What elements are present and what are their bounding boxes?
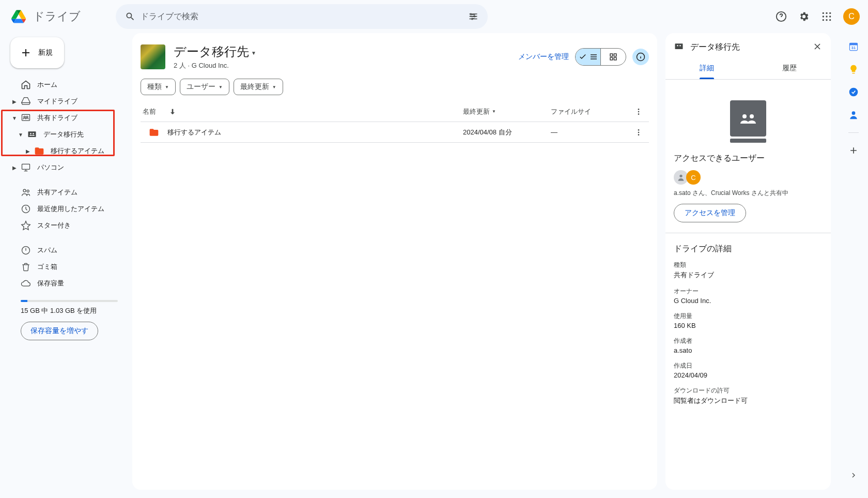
dropdown-icon: ▼ (251, 48, 256, 56)
svg-rect-33 (675, 43, 683, 49)
plus-icon (20, 47, 32, 59)
folder-icon (149, 127, 159, 138)
expand-icon[interactable]: ▶ (8, 99, 21, 104)
file-list-panel: データ移行先▼ 2 人 · G Cloud Inc. メンバーを管理 (132, 33, 657, 490)
grid-view-button[interactable] (601, 49, 626, 65)
expand-icon[interactable]: ▶ (22, 148, 34, 154)
svg-point-13 (26, 116, 28, 118)
nav-spam[interactable]: スパム (8, 242, 124, 259)
nav-home[interactable]: ホーム (8, 77, 124, 93)
svg-point-43 (852, 111, 856, 115)
access-section-title: アクセスできるユーザー (674, 153, 823, 164)
list-view-button[interactable] (576, 49, 600, 65)
side-rail: 31 (839, 33, 868, 490)
filter-user-chip[interactable]: ユーザー▼ (180, 79, 229, 95)
recent-icon (21, 204, 31, 214)
details-big-icon (674, 88, 823, 153)
account-avatar[interactable]: C (843, 8, 860, 25)
svg-rect-11 (22, 114, 30, 120)
access-avatars: C (674, 170, 823, 185)
search-input[interactable] (141, 12, 463, 21)
info-button[interactable] (632, 49, 649, 65)
header-actions: C (771, 6, 860, 27)
app-name: ドライブ (33, 9, 81, 24)
apps-icon[interactable] (816, 6, 837, 27)
drive-details-section-title: ドライブの詳細 (674, 244, 823, 254)
header-bar: ドライブ C (0, 0, 868, 33)
storage-usage-text: 15 GB 中 1.03 GB を使用 (21, 306, 118, 315)
tasks-app-icon[interactable] (848, 87, 859, 97)
add-apps-icon[interactable] (848, 145, 859, 156)
svg-point-27 (638, 109, 640, 110)
search-bar[interactable] (116, 4, 488, 29)
calendar-app-icon[interactable]: 31 (848, 41, 859, 52)
expand-icon[interactable]: ▼ (14, 132, 27, 138)
table-header: 名前 最終更新▼ ファイルサイ (141, 101, 649, 122)
nav-drive-folder[interactable]: ▼データ移行先 (8, 126, 124, 143)
shared-drives-icon (21, 113, 31, 123)
svg-point-12 (24, 116, 25, 118)
nav-recent[interactable]: 最近使用したアイテム (8, 201, 124, 217)
svg-point-38 (679, 175, 682, 177)
svg-point-19 (27, 190, 29, 192)
nav-subfolder[interactable]: ▶移行するアイテム (8, 143, 124, 159)
close-icon[interactable] (812, 41, 823, 53)
svg-point-37 (750, 114, 754, 118)
nav-computers[interactable]: ▶パソコン (8, 159, 124, 176)
svg-point-32 (638, 134, 640, 135)
svg-point-18 (23, 189, 26, 192)
buy-storage-button[interactable]: 保存容量を増やす (21, 322, 98, 340)
nav-trash[interactable]: ゴミ箱 (8, 259, 124, 275)
shared-drive-icon (674, 41, 684, 53)
drive-title[interactable]: データ移行先▼ (174, 43, 510, 60)
keep-app-icon[interactable] (848, 64, 859, 74)
collapse-rail-icon[interactable] (845, 467, 862, 484)
settings-icon[interactable] (794, 6, 814, 27)
col-more-header[interactable] (628, 108, 649, 116)
folder-icon (34, 146, 44, 156)
details-panel: データ移行先 詳細 履歴 アクセスできるユーザー C a.sa (665, 33, 831, 490)
svg-point-8 (823, 19, 824, 21)
nav-starred[interactable]: スター付き (8, 217, 124, 234)
expand-icon[interactable]: ▶ (8, 165, 21, 171)
sidebar: 新規 ホーム ▶マイドライブ ▼共有ドライブ ▼データ移行先 ▶移行するアイテム… (0, 33, 132, 498)
logo-area[interactable]: ドライブ (8, 6, 112, 27)
user-avatar[interactable]: C (686, 170, 701, 185)
svg-point-34 (677, 45, 678, 47)
tab-details[interactable]: 詳細 (665, 57, 748, 79)
sort-down-icon[interactable] (168, 108, 177, 116)
search-options-icon[interactable] (463, 6, 484, 27)
col-name-header[interactable]: 名前 (143, 107, 156, 116)
svg-point-16 (33, 133, 34, 134)
storage-bar (21, 300, 118, 302)
manage-access-button[interactable]: アクセスを管理 (674, 204, 746, 222)
filter-modified-chip[interactable]: 最終更新▼ (234, 79, 283, 95)
svg-point-3 (826, 12, 827, 14)
filter-type-chip[interactable]: 種類▼ (141, 79, 176, 95)
trash-icon (21, 262, 31, 272)
nav-shared-with-me[interactable]: 共有アイテム (8, 184, 124, 201)
svg-point-42 (849, 88, 858, 97)
expand-icon[interactable]: ▼ (8, 115, 21, 121)
col-size-header[interactable]: ファイルサイ (551, 107, 628, 116)
shared-with-text: a.sato さん、Crucial Works さんと共有中 (674, 189, 823, 198)
svg-rect-40 (850, 43, 858, 45)
file-size: — (551, 128, 628, 136)
row-more-button[interactable] (628, 128, 649, 137)
new-button[interactable]: 新規 (10, 37, 64, 68)
tab-activity[interactable]: 履歴 (748, 57, 831, 79)
help-icon[interactable] (771, 6, 792, 27)
search-icon[interactable] (120, 6, 141, 27)
col-modified-header[interactable]: 最終更新 (463, 107, 490, 116)
manage-members-link[interactable]: メンバーを管理 (518, 52, 569, 62)
nav-mydrive[interactable]: ▶マイドライブ (8, 93, 124, 110)
svg-point-7 (829, 16, 831, 17)
svg-point-29 (638, 113, 640, 115)
view-toggle (575, 48, 626, 66)
table-row[interactable]: 移行するアイテム 2024/04/08 自分 — (141, 122, 649, 143)
contacts-app-icon[interactable] (848, 110, 859, 120)
shared-drive-item-icon (27, 129, 37, 140)
nav-storage[interactable]: 保存容量 (8, 275, 124, 292)
nav-shared-drives[interactable]: ▼共有ドライブ (8, 110, 124, 126)
svg-point-36 (742, 114, 747, 118)
